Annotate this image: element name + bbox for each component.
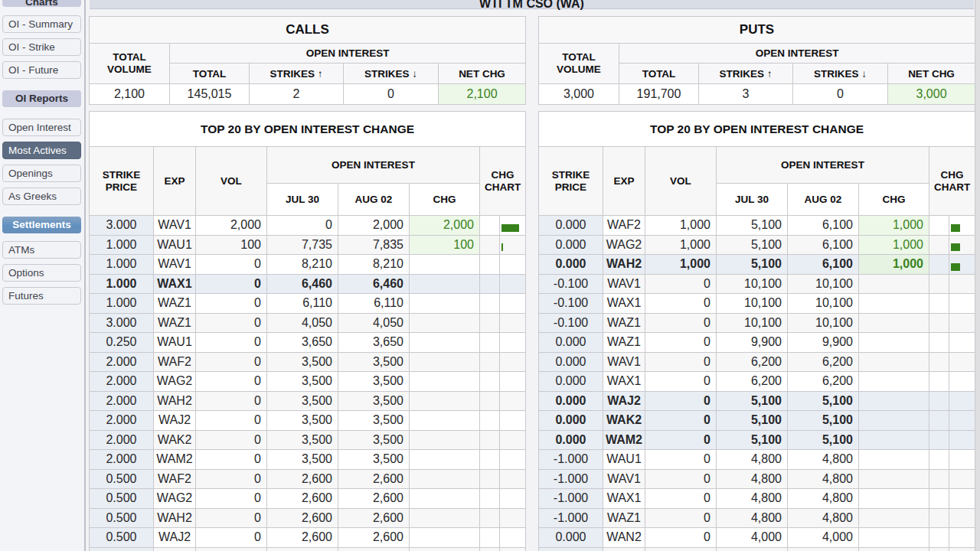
- sidebar-item-as-greeks[interactable]: As Greeks: [2, 187, 81, 205]
- cell-chart-pos: [949, 294, 975, 314]
- cell-strike: 0.500: [90, 528, 154, 548]
- cell-chart-pos: [500, 469, 526, 489]
- cell-jul30: 6,200: [717, 352, 788, 372]
- calls-chg-header: CHG: [410, 184, 480, 216]
- cell-jul30: 3,500: [267, 430, 338, 450]
- puts-total-volume-header: TOTAL VOLUME: [539, 44, 619, 84]
- calls-strikes-down-value: 0: [344, 84, 439, 105]
- table-row: 0.500WAJ202,6002,600: [90, 528, 526, 548]
- cell-strike: [90, 547, 154, 551]
- cell-chg: [859, 372, 929, 392]
- cell-chg: [410, 274, 480, 294]
- cell-chg: [410, 391, 480, 411]
- cell-chg: [859, 294, 929, 314]
- cell-chart-pos: [500, 216, 526, 236]
- sidebar: ChartsOI - SummaryOI - StrikeOI - Future…: [0, 0, 86, 551]
- cell-jul30: 5,100: [717, 411, 788, 431]
- cell-exp: WAZ1: [603, 313, 645, 333]
- cell-chg: [410, 489, 480, 509]
- cell-exp: WAN2: [603, 528, 645, 548]
- table-row: 2.000WAH203,5003,500: [90, 391, 526, 411]
- cell-chart-pos: [500, 235, 526, 255]
- sidebar-item-open-interest[interactable]: Open Interest: [2, 119, 81, 136]
- sidebar-item-oi-future[interactable]: OI - Future: [2, 61, 81, 79]
- cell-strike: -1.000: [539, 489, 603, 509]
- cell-jul30: 5,100: [717, 391, 788, 411]
- cell-vol: 1,000: [645, 235, 717, 255]
- cell-strike: 0.000: [539, 216, 603, 236]
- cell-chart-neg: [480, 547, 500, 551]
- cell-exp: WAG2: [154, 489, 196, 509]
- cell-strike: 0.000: [539, 528, 603, 548]
- cell-chart-neg: [929, 469, 949, 489]
- cell-chg: 2,000: [410, 216, 480, 236]
- cell-strike: 2.000: [90, 391, 154, 411]
- cell-vol: 0: [645, 391, 717, 411]
- cell-exp: WAJ2: [154, 528, 196, 548]
- cell-strike: 0.250: [90, 333, 154, 353]
- cell-vol: 0: [196, 294, 267, 314]
- table-row: 2.000WAF203,5003,500: [90, 352, 526, 372]
- cell-chg: [859, 489, 929, 509]
- calls-strikes-up-value: 2: [250, 84, 344, 105]
- sidebar-item-openings[interactable]: Openings: [2, 165, 81, 182]
- sidebar-item-options[interactable]: Options: [2, 264, 81, 282]
- cell-vol: 0: [196, 391, 267, 411]
- cell-chart-neg: [480, 255, 500, 275]
- cell-exp: WAZ1: [603, 508, 645, 528]
- table-row: 0.000WAJ205,1005,100: [539, 391, 975, 411]
- cell-chart-pos: [500, 450, 526, 470]
- cell-aug02: 10,100: [788, 274, 859, 294]
- sidebar-item-oi-summary[interactable]: OI - Summary: [2, 15, 81, 33]
- cell-exp: [603, 547, 645, 551]
- cell-aug02: 3,500: [338, 372, 410, 392]
- cell-jul30: 10,100: [717, 294, 788, 314]
- sidebar-item-oi-strike[interactable]: OI - Strike: [2, 38, 81, 56]
- cell-vol: 0: [196, 411, 267, 431]
- cell-strike: 0.500: [90, 469, 154, 489]
- cell-chart-pos: [500, 547, 526, 551]
- calls-total-volume-header: TOTAL VOLUME: [90, 44, 170, 84]
- sidebar-header-charts: Charts: [2, 0, 81, 7]
- calls-summary-table: CALLS TOTAL VOLUME OPEN INTEREST TOTAL S…: [89, 16, 526, 105]
- puts-strikes-up-value: 3: [699, 84, 793, 105]
- cell-chart-neg: [929, 430, 949, 450]
- sidebar-item-futures[interactable]: Futures: [2, 287, 81, 305]
- puts-top20-panel: TOP 20 BY OPEN INTEREST CHANGE STRIKE PR…: [538, 111, 975, 551]
- cell-chart-pos: [949, 313, 975, 333]
- cell-jul30: 2,600: [267, 528, 338, 548]
- cell-chart-pos: [949, 372, 975, 392]
- cell-chart-pos: [949, 547, 975, 551]
- cell-chart-neg: [929, 372, 949, 392]
- cell-chart-pos: [500, 411, 526, 431]
- cell-aug02: 6,100: [788, 235, 859, 255]
- cell-vol: 1,000: [645, 255, 717, 275]
- calls-top20-panel: TOP 20 BY OPEN INTEREST CHANGE STRIKE PR…: [89, 111, 526, 551]
- table-row: -1.000WAX104,8004,800: [539, 489, 975, 509]
- cell-aug02: 5,100: [788, 391, 859, 411]
- table-row: 0.000WAF21,0005,1006,1001,000: [539, 216, 975, 236]
- cell-strike: -1.000: [539, 450, 603, 470]
- cell-exp: WAF2: [603, 216, 645, 236]
- table-row: 0.000WAH21,0005,1006,1001,000: [539, 255, 975, 275]
- cell-aug02: 7,835: [338, 235, 410, 255]
- cell-exp: WAM2: [603, 430, 645, 450]
- cell-chg: [410, 313, 480, 333]
- puts-top20-title: TOP 20 BY OPEN INTEREST CHANGE: [539, 112, 975, 147]
- cell-aug02: 6,200: [788, 372, 859, 392]
- cell-chg: [410, 411, 480, 431]
- cell-chart-neg: [480, 372, 500, 392]
- cell-chart-neg: [929, 489, 949, 509]
- cell-chg: [410, 333, 480, 353]
- sidebar-item-most-actives[interactable]: Most Actives: [2, 142, 81, 159]
- table-row: 3.000WAZ104,0504,050: [90, 313, 526, 333]
- cell-chart-pos: [949, 235, 975, 255]
- table-row: -0.100WAX1010,10010,100: [539, 294, 975, 314]
- cell-jul30: 3,650: [267, 333, 338, 353]
- cell-chg: [410, 294, 480, 314]
- cell-jul30: 2,600: [267, 489, 338, 509]
- cell-jul30: 6,200: [717, 372, 788, 392]
- cell-chg: [859, 528, 929, 548]
- cell-jul30: 6,110: [267, 294, 338, 314]
- sidebar-item-atms[interactable]: ATMs: [2, 241, 81, 259]
